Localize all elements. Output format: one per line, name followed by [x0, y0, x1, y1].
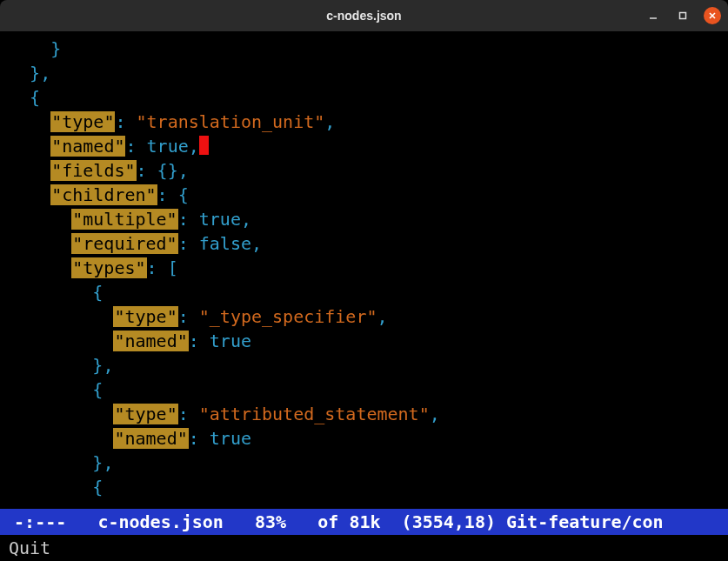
code-line: } [9, 38, 61, 59]
maximize-button[interactable] [674, 7, 691, 24]
modeline-vcs: Git-feature/con [506, 511, 664, 532]
window-titlebar: c-nodes.json [0, 0, 728, 31]
code-line: "named": true [9, 428, 251, 449]
close-button[interactable] [704, 7, 721, 24]
modeline-buffer: c-nodes.json [97, 511, 224, 532]
code-line: "type": "translation_unit", [9, 111, 335, 132]
editor-buffer[interactable]: } }, { "type": "translation_unit", "name… [0, 31, 728, 509]
modeline-pos: (3554,18) [402, 511, 496, 532]
minimize-button[interactable] [645, 7, 662, 24]
code-line: "named": true, [9, 136, 209, 157]
mode-line: -:--- c-nodes.json 83% of 81k (3554,18) … [0, 509, 728, 535]
code-line: "fields": {}, [9, 160, 189, 181]
modeline-of: of 81k [317, 511, 380, 532]
window-title: c-nodes.json [326, 9, 401, 23]
code-line: }, [9, 452, 113, 473]
code-line: "type": "attributed_statement", [9, 404, 440, 424]
code-line: "multiple": true, [9, 209, 251, 230]
code-line: { [9, 282, 103, 303]
modeline-percent: 83% [255, 511, 286, 532]
code-line: "type": "_type_specifier", [9, 306, 388, 327]
code-line: { [9, 379, 103, 400]
minibuffer[interactable]: Quit [0, 535, 728, 561]
code-line: { [9, 477, 103, 498]
minibuffer-text: Quit [9, 538, 50, 558]
modeline-state: -:--- [14, 511, 66, 532]
code-line: "types": [ [9, 257, 178, 278]
code-line: }, [9, 63, 50, 83]
code-line: }, [9, 355, 113, 376]
svg-rect-1 [680, 13, 686, 19]
code-line: { [9, 87, 40, 108]
window-controls [645, 7, 721, 24]
code-line: "required": false, [9, 233, 262, 254]
code-line: "named": true [9, 331, 251, 351]
code-line: "children": { [9, 184, 189, 205]
text-cursor [199, 136, 209, 155]
